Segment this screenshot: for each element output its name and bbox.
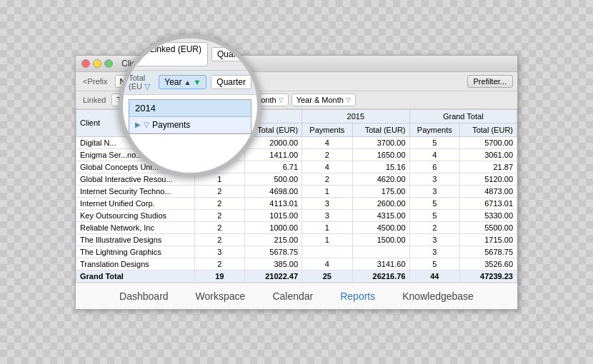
dropdown-arrow-icon: ▶ [135, 121, 141, 128]
table-row: Key Outsourcing Studios 2 1015.00 3 4315… [76, 209, 517, 221]
grand-total-row: Grand Total 19 21022.47 25 26216.76 44 4… [76, 270, 517, 282]
cell-client: Translation Designs [76, 258, 195, 270]
cell-t15: 1650.00 [352, 148, 409, 161]
sort-up-icon: ▲ [184, 79, 191, 86]
cell-p14: 2 [194, 258, 245, 270]
mag-total-tag: Total (EU ▽ [129, 74, 154, 91]
grand-pg: 44 [409, 270, 460, 282]
year-month-col[interactable]: Year & Month ▽ [291, 93, 356, 106]
table-row: Internet Security Techno... 2 4698.00 1 … [76, 185, 517, 197]
table-row: The Illustrative Designs 2 215.00 1 1500… [76, 233, 517, 246]
magnify-overlay: Not Linked (EUR) ▽ Quart... Total (EU ▽ … [119, 34, 261, 177]
cell-t15 [352, 246, 409, 258]
total-2015: Total (EUR) [352, 123, 409, 136]
cell-p15: 4 [302, 161, 353, 173]
linked-label: Linked [80, 94, 109, 106]
cursor-icon: ↖ [238, 143, 253, 162]
dropdown-filter-icon: ▽ [144, 121, 149, 128]
cell-t14: 385.00 [245, 258, 302, 270]
cell-p15: 3 [302, 209, 353, 221]
payments-2015: Payments [302, 123, 353, 136]
cell-p15: 1 [302, 221, 353, 233]
cell-p14: 2 [194, 209, 245, 221]
cell-t15: 4620.00 [352, 173, 409, 185]
cell-client: Internet Security Techno... [76, 185, 195, 197]
cell-p14: 3 [194, 246, 245, 258]
cell-p14: 2 [194, 221, 245, 233]
mag-dropdown-header: 2014 [129, 100, 251, 117]
cell-t14: 215.00 [245, 233, 302, 246]
cell-tg: 5700.00 [460, 136, 517, 148]
payments-grand: Payments [409, 123, 460, 136]
cell-client: Internet Unified Corp. [76, 197, 195, 209]
nav-item-dashboard[interactable]: Dashboard [116, 289, 171, 303]
cell-pg: 3 [409, 185, 460, 197]
grand-t14: 21022.47 [245, 270, 302, 282]
cell-p15: 4 [302, 258, 353, 270]
grand-p14: 19 [194, 270, 245, 282]
main-window: Client Paym... Not Linked (EUR) ▽ Quart.… [75, 55, 518, 310]
cell-pg: 5 [409, 258, 460, 270]
minimize-btn[interactable] [93, 59, 101, 68]
cell-pg: 5 [409, 209, 460, 221]
cell-tg: 5330.00 [460, 209, 517, 221]
cell-tg: 3526.60 [460, 258, 517, 270]
cell-tg: 4873.00 [460, 185, 517, 197]
grand-p15: 25 [302, 270, 353, 282]
nav-item-knowledgebase[interactable]: Knowledgebase [399, 289, 477, 303]
cell-p15: 1 [302, 233, 353, 246]
cell-pg: 6 [409, 161, 460, 173]
cell-t15: 2600.00 [352, 197, 409, 209]
grand-label: Grand Total [76, 270, 195, 282]
cell-client: Key Outsourcing Studios [76, 209, 195, 221]
cell-pg: 3 [409, 233, 460, 246]
mag-quarter-pill[interactable]: Quart... [211, 47, 251, 61]
cell-t14: 500.00 [245, 173, 302, 185]
table-row: The Lightning Graphics 3 5678.75 3 5678.… [76, 246, 517, 258]
cell-pg: 4 [409, 148, 460, 161]
maximize-btn[interactable] [104, 59, 113, 68]
grand-tg: 47239.23 [460, 270, 517, 282]
filter-icon: ▽ [136, 56, 142, 64]
prefix-label: <Prefix [80, 76, 111, 87]
cell-t14: 5678.75 [245, 246, 302, 258]
cell-p15: 4 [302, 136, 353, 148]
nav-item-calendar[interactable]: Calendar [269, 289, 316, 303]
prefilter-button[interactable]: Prefilter... [467, 75, 513, 88]
close-btn[interactable] [81, 59, 90, 68]
col-2015-group: 2015 [302, 109, 409, 123]
cell-pg: 5 [409, 197, 460, 209]
cell-p14: 2 [194, 197, 245, 209]
table-row: Internet Unified Corp. 2 4113.01 3 2600.… [76, 197, 517, 209]
cell-p15: 1 [302, 185, 353, 197]
mag-dropdown-item[interactable]: ▶ ▽ Payments [129, 117, 251, 133]
cell-pg: 3 [409, 246, 460, 258]
cell-t15: 4315.00 [352, 209, 409, 221]
nav-item-reports[interactable]: Reports [337, 289, 378, 303]
mag-year-col[interactable]: Year ▲ ▼ [159, 75, 206, 89]
cell-tg: 6713.01 [460, 197, 517, 209]
mag-quarter-col[interactable]: Quarter [211, 75, 251, 89]
nav-item-workspace[interactable]: Workspace [193, 289, 249, 303]
cell-tg: 5678.75 [460, 246, 517, 258]
mag-col-bar: Total (EU ▽ Year ▲ ▼ Quarter [123, 71, 257, 95]
table-row: Reliable Network, Inc 2 1000.00 1 4500.0… [76, 221, 517, 233]
filter-active-icon: ▼ [193, 78, 201, 86]
mag-not-linked-pill[interactable]: Not Linked (EUR) ▽ [129, 42, 208, 66]
cell-pg: 3 [409, 173, 460, 185]
year-month-filter-icon: ▽ [346, 96, 351, 103]
cell-client: Reliable Network, Inc [76, 221, 195, 233]
cell-t15: 4500.00 [352, 221, 409, 233]
col-grand-group: Grand Total [409, 109, 517, 123]
nav-bar: DashboardWorkspaceCalendarReportsKnowled… [76, 283, 517, 309]
cell-tg: 5120.00 [460, 173, 517, 185]
title-bar-icons [81, 59, 113, 68]
cell-t14: 4698.00 [245, 185, 302, 197]
cell-pg: 5 [409, 136, 460, 148]
cell-pg: 2 [409, 221, 460, 233]
table-row: Global Interactive Resou... 1 500.00 2 4… [76, 173, 517, 185]
cell-tg: 1715.00 [460, 233, 517, 246]
cell-t14: 1015.00 [245, 209, 302, 221]
cell-client: The Lightning Graphics [76, 246, 195, 258]
cell-t15: 175.00 [352, 185, 409, 197]
